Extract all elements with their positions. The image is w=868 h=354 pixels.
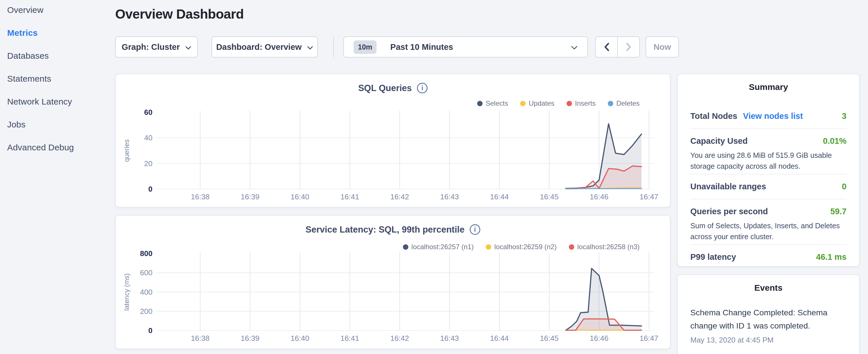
summary-row-value: 0.01% <box>823 136 846 146</box>
summary-row: Queries per second59.7Sum of Selects, Up… <box>690 199 846 244</box>
time-range-dropdown[interactable]: 10m Past 10 Minutes <box>343 36 588 58</box>
legend-item[interactable]: localhost:26257 (n1) <box>403 243 474 251</box>
summary-row-description: You are using 28.6 MiB of 515.9 GiB usab… <box>690 150 846 171</box>
svg-text:60: 60 <box>144 108 152 117</box>
summary-row-label: Queries per second <box>690 207 768 216</box>
event-timestamp: May 13, 2020 at 4:45 PM <box>690 336 846 345</box>
summary-title: Summary <box>690 82 846 94</box>
svg-text:16:44: 16:44 <box>490 192 509 201</box>
legend-item[interactable]: Updates <box>520 99 554 107</box>
summary-row-value: 46.1 ms <box>816 252 846 262</box>
legend-item[interactable]: localhost:26258 (n3) <box>569 243 640 251</box>
summary-row-value: 3 <box>842 111 846 121</box>
sidebar-item-advanced-debug[interactable]: Advanced Debug <box>0 136 109 159</box>
svg-text:200: 200 <box>140 307 152 316</box>
summary-row: Capacity Used0.01%You are using 28.6 MiB… <box>690 128 846 174</box>
svg-text:16:42: 16:42 <box>390 192 409 201</box>
svg-text:600: 600 <box>140 268 152 277</box>
chart-title-text: SQL Queries <box>358 83 412 93</box>
info-icon[interactable]: i <box>470 224 480 235</box>
chevron-left-icon <box>604 42 610 52</box>
graph-dropdown-label: Graph: Cluster <box>122 42 180 52</box>
event-text: Schema Change Completed: Schema change w… <box>690 306 846 332</box>
sidebar-item-statements[interactable]: Statements <box>0 67 109 90</box>
summary-rows: Total NodesView nodes list3Capacity Used… <box>690 104 846 267</box>
sidebar-nav: OverviewMetricsDatabasesStatementsNetwor… <box>0 0 109 159</box>
summary-row-line: P99 latency46.1 ms <box>690 252 846 262</box>
summary-row: P99 latency46.1 ms <box>690 244 846 267</box>
chart-canvas[interactable]: 020406016:3816:3916:4016:4116:4216:4316:… <box>116 74 671 208</box>
legend-label: Inserts <box>575 99 596 107</box>
chart-canvas[interactable]: 020040060080016:3816:3916:4016:4116:4216… <box>116 216 671 350</box>
chart-title: SQL Queriesi <box>116 83 670 93</box>
summary-row-line: Capacity Used0.01% <box>690 136 846 146</box>
legend-dot-icon <box>477 101 483 106</box>
chart-legend: SelectsUpdatesInsertsDeletes <box>477 99 640 107</box>
info-icon[interactable]: i <box>417 83 428 93</box>
events-title: Events <box>690 283 846 294</box>
controls-divider <box>333 36 334 58</box>
time-range-label: Past 10 Minutes <box>390 42 453 52</box>
summary-row-line: Total NodesView nodes list3 <box>690 111 846 121</box>
chart-title-text: Service Latency: SQL, 99th percentile <box>306 225 465 235</box>
summary-row-label: Total Nodes <box>690 111 737 121</box>
svg-text:16:44: 16:44 <box>490 334 509 343</box>
svg-text:16:40: 16:40 <box>290 334 309 343</box>
legend-dot-icon <box>608 101 613 106</box>
legend-dot-icon <box>403 244 408 250</box>
sidebar-item-metrics[interactable]: Metrics <box>0 22 109 44</box>
sidebar-item-databases[interactable]: Databases <box>0 44 109 67</box>
svg-text:16:39: 16:39 <box>241 334 259 343</box>
page-title: Overview Dashboard <box>115 6 244 22</box>
legend-dot-icon <box>566 101 572 106</box>
legend-item[interactable]: localhost:26259 (n2) <box>486 243 557 251</box>
dashboard-dropdown[interactable]: Dashboard: Overview <box>212 36 318 58</box>
legend-label: Selects <box>486 99 508 107</box>
legend-item[interactable]: Inserts <box>566 99 596 107</box>
sql-queries-chart-card: 020406016:3816:3916:4016:4116:4216:4316:… <box>115 74 671 207</box>
legend-label: Updates <box>529 99 554 107</box>
svg-text:16:47: 16:47 <box>640 192 658 201</box>
svg-text:16:47: 16:47 <box>640 334 658 343</box>
sidebar-item-network-latency[interactable]: Network Latency <box>0 90 109 113</box>
legend-dot-icon <box>486 244 491 250</box>
legend-label: localhost:26259 (n2) <box>494 243 557 251</box>
view-nodes-link[interactable]: View nodes list <box>743 111 803 121</box>
sidebar-item-overview[interactable]: Overview <box>0 0 109 22</box>
svg-text:16:46: 16:46 <box>590 192 608 201</box>
summary-row-label: Unavailable ranges <box>690 182 766 191</box>
events-list: Schema Change Completed: Schema change w… <box>690 306 846 345</box>
summary-row-label: Capacity Used <box>690 136 748 146</box>
now-button[interactable]: Now <box>646 36 679 58</box>
svg-text:16:45: 16:45 <box>540 192 559 201</box>
chart-title: Service Latency: SQL, 99th percentilei <box>116 224 670 235</box>
event-item[interactable]: Schema Change Completed: Schema change w… <box>690 306 846 345</box>
svg-text:16:42: 16:42 <box>390 334 409 343</box>
svg-text:16:43: 16:43 <box>440 334 459 343</box>
summary-panel: Summary Total NodesView nodes list3Capac… <box>677 74 860 267</box>
svg-text:queries: queries <box>123 139 130 162</box>
legend-label: localhost:26257 (n1) <box>411 243 474 251</box>
legend-dot-icon <box>520 101 526 106</box>
sidebar-item-jobs[interactable]: Jobs <box>0 113 109 136</box>
legend-label: Deletes <box>616 99 640 107</box>
svg-text:0: 0 <box>149 326 152 335</box>
dashboard-dropdown-label: Dashboard: Overview <box>216 42 302 52</box>
svg-text:16:43: 16:43 <box>440 192 459 201</box>
summary-row-value: 0 <box>842 182 846 191</box>
summary-row: Total NodesView nodes list3 <box>690 104 846 128</box>
chevron-right-icon <box>626 42 631 52</box>
graph-dropdown[interactable]: Graph: Cluster <box>115 36 198 58</box>
svg-text:800: 800 <box>140 249 152 258</box>
time-range-badge: 10m <box>353 40 376 54</box>
svg-text:16:38: 16:38 <box>191 192 210 201</box>
svg-text:40: 40 <box>144 133 152 142</box>
legend-item[interactable]: Selects <box>477 99 508 107</box>
legend-item[interactable]: Deletes <box>608 99 640 107</box>
previous-timespan-button[interactable] <box>596 37 618 57</box>
next-timespan-button[interactable] <box>618 37 639 57</box>
svg-text:16:39: 16:39 <box>241 192 259 201</box>
summary-row-line: Queries per second59.7 <box>690 207 846 216</box>
legend-dot-icon <box>569 244 574 250</box>
svg-text:latency (ms): latency (ms) <box>123 273 130 311</box>
